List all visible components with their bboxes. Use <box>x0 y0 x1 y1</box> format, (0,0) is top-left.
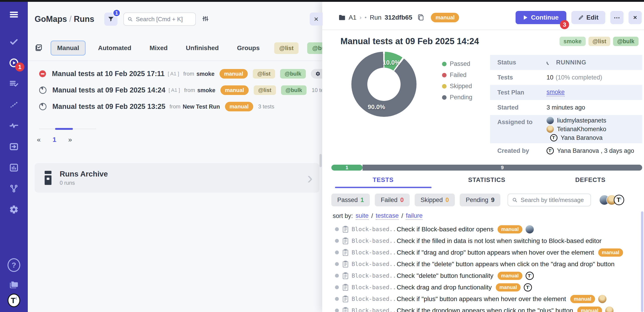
runs-panel-scrollbar[interactable] <box>320 154 322 167</box>
breadcrumb-page[interactable]: Runs <box>74 14 94 24</box>
test-suite: Block-based... <box>352 307 391 312</box>
detail-row-tests: Tests 10(10% completed) <box>490 70 642 85</box>
archive-title: Runs Archive <box>60 170 108 178</box>
more-actions-button[interactable]: ⋯ <box>610 11 624 24</box>
filter-skipped-button[interactable]: Skipped0 <box>415 194 455 206</box>
bulk-tag: @bulk <box>613 37 638 46</box>
tests-search-input[interactable] <box>520 196 586 204</box>
review-list-icon[interactable] <box>8 78 20 90</box>
pencil-icon <box>578 15 584 20</box>
tabs-divider <box>28 60 322 61</box>
avatar <box>546 117 554 124</box>
menu-icon[interactable] <box>8 8 20 21</box>
tests-search[interactable] <box>508 194 591 206</box>
status-dot <box>335 262 339 266</box>
run-row[interactable]: Manual tests at 10 Feb 2025 17:11 [ A1 ]… <box>28 66 322 82</box>
profile-avatar[interactable]: Tǀ <box>8 297 20 310</box>
tab-manual[interactable]: Manual <box>50 40 86 56</box>
test-row[interactable]: Block-based... Check if the dropdown app… <box>331 305 644 312</box>
sort-by-testcase[interactable]: testcase <box>376 212 399 220</box>
tests-note: (10% completed) <box>556 74 602 81</box>
run-status-stopped-icon <box>39 70 46 77</box>
help-icon[interactable]: ? <box>8 259 20 272</box>
test-row[interactable]: Block-based... Check if the filled in da… <box>331 235 644 247</box>
pagination-next[interactable]: » <box>68 136 72 144</box>
test-runs-play-icon[interactable]: 1 <box>8 56 20 69</box>
test-row[interactable]: Block-based... Check if "plus" button ap… <box>331 293 644 305</box>
edit-button[interactable]: Edit <box>571 11 605 24</box>
run-progress-bar: 1 9 <box>331 165 642 170</box>
breadcrumb-dot: • <box>364 14 366 21</box>
test-suite: Block-based... <box>352 226 391 232</box>
sort-by-failure[interactable]: failure <box>406 212 423 220</box>
status-dot <box>335 308 339 312</box>
status-dot <box>335 227 339 231</box>
test-row[interactable]: Block-based... Check if the "delete" but… <box>331 258 644 270</box>
run-row[interactable]: Manual tests at 09 Feb 2025 14:24 [ A1 ]… <box>28 82 322 98</box>
tests-list: Block-based... Check if Block-based edit… <box>331 224 644 312</box>
runs-search-input[interactable] <box>135 16 192 23</box>
tag-filter-bulk[interactable]: @bulk <box>307 42 322 54</box>
clipboard-icon <box>342 272 349 280</box>
pagination-current-page[interactable]: 1 <box>52 136 56 144</box>
sidebar: 1 ? Tǀ <box>0 2 28 312</box>
tab-tests[interactable]: TESTS <box>331 176 435 188</box>
detail-title-row: Manual tests at 09 Feb 2025 14:24 smoke … <box>340 36 638 46</box>
progress-passed-segment: 1 <box>331 165 362 170</box>
manual-tag: manual <box>498 272 522 280</box>
test-cases-check-icon[interactable] <box>8 36 20 48</box>
search-settings-icon[interactable] <box>202 15 209 23</box>
select-runs-icon[interactable] <box>34 44 43 52</box>
test-plan-link[interactable]: smoke <box>546 88 565 96</box>
manual-tag: manual <box>498 225 522 234</box>
test-row[interactable]: Block-based... Check "delete" button fun… <box>331 270 644 282</box>
tab-automated[interactable]: Automated <box>92 41 137 55</box>
run-source: smoke <box>196 70 214 77</box>
bulk-tag: @bulk <box>281 86 307 95</box>
status-dot <box>335 239 339 243</box>
monitoring-pulse-icon[interactable] <box>8 119 20 132</box>
filter-passed-button[interactable]: Passed1 <box>331 194 370 206</box>
projects-folders-icon[interactable] <box>8 278 20 291</box>
tab-groups[interactable]: Groups <box>231 41 266 55</box>
run-title: Manual tests at 10 Feb 2025 17:11 <box>52 70 165 78</box>
tag-filter-list[interactable]: @list <box>274 42 298 54</box>
manual-tag: manual <box>225 102 253 111</box>
assignee-avatar-filter[interactable]: Tǀ <box>599 195 624 205</box>
integrations-branch-icon[interactable] <box>8 182 20 195</box>
run-title: Manual tests at 09 Feb 2025 13:25 <box>52 102 165 111</box>
pagination-scroll-thumb[interactable] <box>55 128 73 130</box>
reports-bar-chart-icon[interactable] <box>8 161 20 174</box>
sort-by-suite[interactable]: suite <box>356 212 369 220</box>
test-row[interactable]: Block-based... Check drag and drop funct… <box>331 282 644 293</box>
drawer-close-button[interactable]: × <box>310 12 323 26</box>
test-row[interactable]: Block-based... Check if Block-based edit… <box>331 224 644 235</box>
runs-search[interactable] <box>124 12 196 26</box>
filter-pending-button[interactable]: Pending9 <box>460 194 500 206</box>
settings-gear-icon[interactable] <box>8 203 20 216</box>
import-icon[interactable] <box>8 140 20 153</box>
pagination: « 1 » <box>37 136 322 144</box>
pagination-scrollbar[interactable] <box>39 128 96 130</box>
run-row[interactable]: Manual tests at 09 Feb 2025 13:25 from N… <box>28 98 322 115</box>
tab-statistics[interactable]: STATISTICS <box>435 176 538 188</box>
tab-defects[interactable]: DEFECTS <box>538 176 642 188</box>
copy-icon[interactable] <box>418 14 424 21</box>
runs-archive-card[interactable]: Runs Archive 0 runs › <box>34 163 320 193</box>
continue-button[interactable]: Continue 3 <box>516 11 566 24</box>
tab-unfinished[interactable]: Unfinished <box>180 41 225 55</box>
test-suite: Block-based... <box>352 238 391 244</box>
filter-failed-button[interactable]: Failed0 <box>375 194 410 206</box>
breadcrumb-project[interactable]: GoMaps <box>34 14 67 24</box>
breadcrumb: GoMaps/Runs <box>34 14 94 24</box>
test-row[interactable]: Block-based... Check if "drag and drop" … <box>331 247 644 258</box>
breadcrumb-suite[interactable]: A1 <box>349 14 356 21</box>
filter-button[interactable]: 1 <box>104 12 118 26</box>
avatar[interactable]: Tǀ <box>614 195 624 205</box>
pagination-prev[interactable]: « <box>37 136 41 144</box>
milestones-steps-icon[interactable] <box>8 98 20 111</box>
close-button[interactable]: × <box>628 11 642 24</box>
detail-panel-scrollbar[interactable] <box>641 211 643 312</box>
tab-mixed[interactable]: Mixed <box>144 41 174 55</box>
list-tag: @list <box>253 69 275 78</box>
